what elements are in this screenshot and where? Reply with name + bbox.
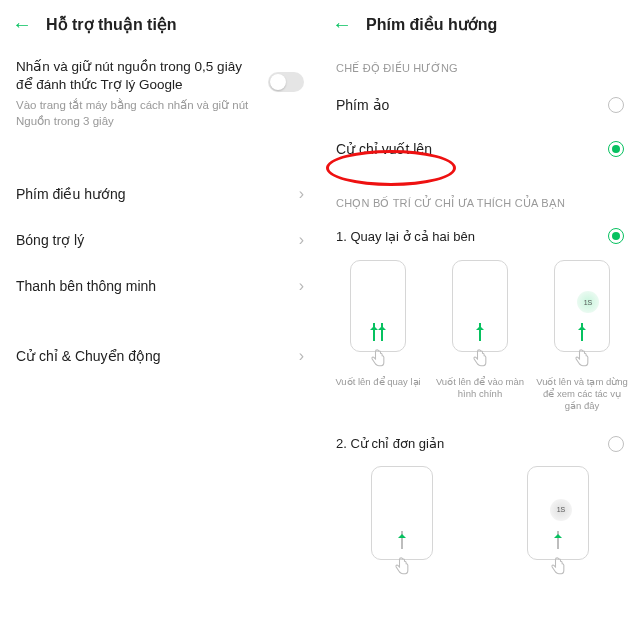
gestures-motion-row[interactable]: Cử chỉ & Chuyển động › <box>0 333 320 379</box>
phone-outline-icon: 1S <box>554 260 610 352</box>
gesture-home: Vuốt lên để vào màn hình chính <box>432 260 528 412</box>
assistant-toggle-row[interactable]: Nhấn và giữ nút nguồn trong 0,5 giây để … <box>0 44 320 147</box>
mode-swipe-up[interactable]: Cử chỉ vuốt lên <box>320 127 640 171</box>
back-icon[interactable]: ← <box>12 14 32 34</box>
gesture-previews-1: Vuốt lên để quay lại Vuốt lên để vào màn… <box>320 252 640 420</box>
pause-1s-badge: 1S <box>550 499 572 521</box>
mode-label: Phím ảo <box>336 97 389 113</box>
mode-virtual-keys[interactable]: Phím ảo <box>320 83 640 127</box>
row-label: Cử chỉ & Chuyển động <box>16 348 161 364</box>
chevron-right-icon: › <box>299 277 304 295</box>
hand-icon <box>470 348 490 370</box>
row-label: Thanh bên thông minh <box>16 278 156 294</box>
pause-1s-badge: 1S <box>577 291 599 313</box>
phone-outline-icon <box>350 260 406 352</box>
gesture-previews-2: 1S <box>320 458 640 578</box>
nav-keys-row[interactable]: Phím điều hướng › <box>0 171 320 217</box>
gesture-back: Vuốt lên để quay lại <box>330 260 426 412</box>
chevron-right-icon: › <box>299 231 304 249</box>
gesture-simple-recents: 1S <box>494 466 622 578</box>
row-label: Bóng trợ lý <box>16 232 84 248</box>
mode-section-header: CHẾ ĐỘ ĐIỀU HƯỚNG <box>320 44 640 83</box>
layout-option-2[interactable]: 2. Cử chỉ đơn giản <box>320 420 640 458</box>
right-screen: ← Phím điều hướng CHẾ ĐỘ ĐIỀU HƯỚNG Phím… <box>320 0 640 640</box>
assistant-desc: Vào trang tắt máy bằng cách nhấn và giữ … <box>16 98 256 129</box>
phone-outline-icon <box>371 466 433 560</box>
gesture-label: Vuốt lên và tạm dừng để xem các tác vụ g… <box>534 376 630 412</box>
gesture-recents: 1S Vuốt lên và tạm dừng để xem các tác v… <box>534 260 630 412</box>
assistant-label: Nhấn và giữ nút nguồn trong 0,5 giây để … <box>16 58 256 94</box>
assistant-toggle[interactable] <box>268 72 304 92</box>
back-icon[interactable]: ← <box>332 14 352 34</box>
hand-icon <box>392 556 412 578</box>
gesture-label: Vuốt lên để vào màn hình chính <box>432 376 528 400</box>
option-label: 2. Cử chỉ đơn giản <box>336 436 444 451</box>
chevron-right-icon: › <box>299 347 304 365</box>
header: ← Hỗ trợ thuận tiện <box>0 0 320 44</box>
radio-icon[interactable] <box>608 97 624 113</box>
gesture-label: Vuốt lên để quay lại <box>330 376 426 388</box>
layout-option-1[interactable]: 1. Quay lại ở cả hai bên <box>320 218 640 252</box>
layout-section-header: CHỌN BỐ TRÍ CỬ CHỈ ƯA THÍCH CỦA BẠN <box>320 171 640 218</box>
radio-icon[interactable] <box>608 436 624 452</box>
left-screen: ← Hỗ trợ thuận tiện Nhấn và giữ nút nguồ… <box>0 0 320 640</box>
phone-outline-icon <box>452 260 508 352</box>
phone-outline-icon: 1S <box>527 466 589 560</box>
page-title: Phím điều hướng <box>366 15 497 34</box>
gesture-simple-home <box>338 466 466 578</box>
radio-icon[interactable] <box>608 228 624 244</box>
hand-icon <box>572 348 592 370</box>
radio-icon[interactable] <box>608 141 624 157</box>
mode-label: Cử chỉ vuốt lên <box>336 141 432 157</box>
smart-sidebar-row[interactable]: Thanh bên thông minh › <box>0 263 320 309</box>
row-label: Phím điều hướng <box>16 186 126 202</box>
hand-icon <box>548 556 568 578</box>
header: ← Phím điều hướng <box>320 0 640 44</box>
option-label: 1. Quay lại ở cả hai bên <box>336 229 475 244</box>
hand-icon <box>368 348 388 370</box>
assistive-ball-row[interactable]: Bóng trợ lý › <box>0 217 320 263</box>
chevron-right-icon: › <box>299 185 304 203</box>
page-title: Hỗ trợ thuận tiện <box>46 15 177 34</box>
